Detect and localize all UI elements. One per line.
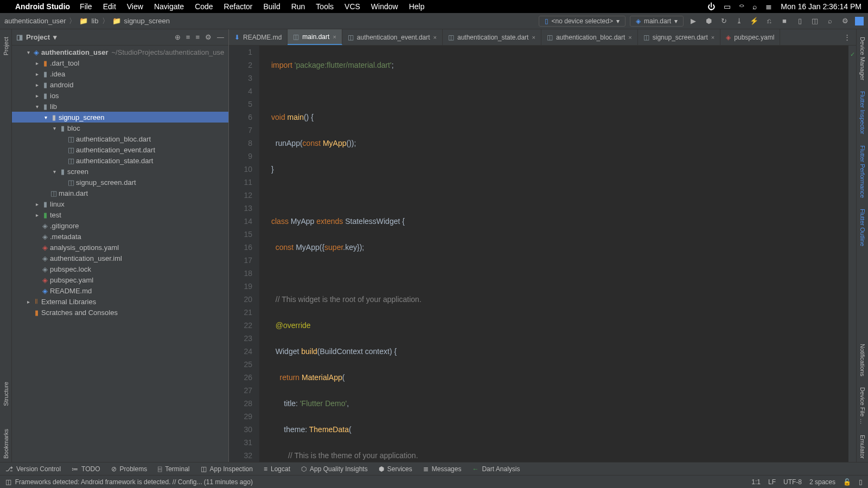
tree-file[interactable]: ◫signup_screen.dart	[12, 177, 228, 188]
wifi-icon[interactable]: ⌔	[739, 2, 744, 11]
tree-item-selected[interactable]: ▾▮signup_screen	[12, 112, 228, 123]
tree-item[interactable]: ▸▮.idea	[12, 68, 228, 79]
right-tool-device-file[interactable]: Device File …	[859, 384, 866, 427]
tabs-more-icon[interactable]: ⋮	[838, 29, 856, 45]
chevron-down-icon[interactable]: ▾	[53, 33, 57, 41]
tree-item[interactable]: ▾▮screen	[12, 166, 228, 177]
tree-file[interactable]: ◈authentication_user.iml	[12, 253, 228, 264]
right-tool-flutter-perf[interactable]: Flutter Performance	[859, 142, 866, 201]
bottom-logcat[interactable]: ≡Logcat	[264, 465, 290, 473]
close-icon[interactable]: ×	[711, 34, 714, 41]
status-tool-window-icon[interactable]: ◫	[5, 478, 11, 486]
coverage-button[interactable]: ↻	[718, 16, 729, 27]
tab-main[interactable]: ◫main.dart×	[288, 29, 342, 45]
project-title[interactable]: Project	[26, 33, 50, 41]
breadcrumb-mid[interactable]: lib	[91, 17, 98, 25]
profile-button[interactable]: ⤓	[733, 16, 744, 27]
code-content[interactable]: import 'package:flutter/material.dart'; …	[267, 46, 848, 462]
tree-file[interactable]: ◫authentication_bloc.dart	[12, 133, 228, 144]
tab-auth-bloc[interactable]: ◫authentication_bloc.dart×	[541, 29, 638, 45]
menu-edit[interactable]: Edit	[103, 2, 116, 11]
menu-vcs[interactable]: VCS	[344, 2, 360, 11]
tab-readme[interactable]: ⬇README.md	[229, 29, 288, 45]
menu-help[interactable]: Help	[409, 2, 425, 11]
menu-refactor[interactable]: Refactor	[224, 2, 253, 11]
expand-all-icon[interactable]: ≡	[186, 33, 190, 41]
status-readonly-icon[interactable]: 🔓	[843, 478, 851, 486]
tree-scratches[interactable]: ▮Scratches and Consoles	[12, 307, 228, 318]
tab-auth-state[interactable]: ◫authentication_state.dart×	[443, 29, 541, 45]
avd-button[interactable]: ◫	[809, 16, 820, 27]
menu-build[interactable]: Build	[264, 2, 280, 11]
power-icon[interactable]: ⏻	[707, 2, 715, 11]
search-everywhere-icon[interactable]: ⌕	[825, 16, 835, 27]
menu-code[interactable]: Code	[195, 2, 213, 11]
tab-pubspec[interactable]: ◈pubspec.yaml	[720, 29, 780, 45]
breadcrumb-root[interactable]: authentication_user	[4, 17, 66, 25]
run-button[interactable]: ▶	[688, 16, 699, 27]
account-icon[interactable]	[855, 17, 864, 25]
search-icon[interactable]: ⌕	[752, 2, 757, 11]
bottom-version-control[interactable]: ⎇Version Control	[5, 465, 61, 473]
right-tool-flutter-outline[interactable]: Flutter Outline	[859, 206, 866, 249]
menubar-clock[interactable]: Mon 16 Jan 2:36:14 PM	[781, 2, 861, 11]
settings-icon[interactable]: ⚙	[840, 16, 851, 27]
tree-file[interactable]: ◫authentication_state.dart	[12, 155, 228, 166]
close-icon[interactable]: ×	[333, 34, 336, 40]
bottom-messages[interactable]: ≣Messages	[423, 465, 462, 473]
tab-signup-screen[interactable]: ◫signup_screen.dart×	[638, 29, 721, 45]
right-tool-devmgr[interactable]: Device Manager	[859, 34, 866, 84]
bottom-dart-analysis[interactable]: ←Dart Analysis	[472, 465, 520, 473]
minimize-icon[interactable]: —	[217, 33, 224, 41]
tree-item[interactable]: ▸▮android	[12, 79, 228, 90]
tree-file[interactable]: ◈analysis_options.yaml	[12, 242, 228, 253]
close-icon[interactable]: ×	[628, 34, 631, 41]
editor-body[interactable]: 1 2 3 4 5 6 7 8 9 10 11 12 13 14 15 16 1…	[229, 46, 856, 462]
device-selector[interactable]: ▯ <no device selected> ▾	[539, 16, 626, 27]
settings-icon[interactable]: ⚙	[205, 33, 212, 41]
status-encoding[interactable]: UTF-8	[783, 478, 802, 486]
status-indent[interactable]: 2 spaces	[809, 478, 835, 486]
hot-reload-button[interactable]: ⚡	[749, 16, 760, 27]
bottom-app-inspection[interactable]: ◫App Inspection	[201, 465, 253, 473]
left-tool-bookmarks[interactable]: Bookmarks	[3, 426, 9, 462]
fold-strip[interactable]	[259, 46, 267, 462]
tree-file[interactable]: ◈README.md	[12, 285, 228, 296]
tab-auth-event[interactable]: ◫authentication_event.dart×	[342, 29, 443, 45]
tree-item[interactable]: ▾▮bloc	[12, 123, 228, 133]
left-tool-structure[interactable]: Structure	[3, 378, 9, 409]
tree-file[interactable]: ◈pubspec.lock	[12, 264, 228, 274]
status-meter-icon[interactable]: ▯	[859, 478, 863, 486]
status-caret-pos[interactable]: 1:1	[751, 478, 761, 486]
status-message[interactable]: Frameworks detected: Android framework i…	[15, 478, 253, 486]
tree-item[interactable]: ▸▮.dart_tool	[12, 57, 228, 68]
tree-item[interactable]: ▸▮test	[12, 209, 228, 220]
inspection-ok-icon[interactable]: ✓	[850, 48, 855, 61]
scroll-overview[interactable]: ✓	[848, 46, 856, 462]
tree-file[interactable]: ◈pubspec.yaml	[12, 274, 228, 285]
collapse-all-icon[interactable]: ≡	[195, 33, 200, 41]
menu-tools[interactable]: Tools	[316, 2, 334, 11]
bottom-problems[interactable]: ⊘Problems	[111, 465, 148, 473]
right-tool-emulator[interactable]: Emulator	[859, 432, 866, 462]
menu-window[interactable]: Window	[371, 2, 398, 11]
menu-file[interactable]: File	[80, 2, 92, 11]
tree-item[interactable]: ▸▮ios	[12, 90, 228, 101]
bottom-terminal[interactable]: ⌸Terminal	[158, 465, 189, 473]
run-config-selector[interactable]: ◈ main.dart ▾	[630, 16, 684, 27]
control-center-icon[interactable]: ≣	[765, 2, 772, 11]
debug-button[interactable]: ⬢	[703, 16, 714, 27]
tree-file[interactable]: ◫main.dart	[12, 188, 228, 198]
tree-file[interactable]: ◈.gitignore	[12, 220, 228, 231]
menu-view[interactable]: View	[127, 2, 143, 11]
select-opened-icon[interactable]: ⊕	[175, 33, 181, 41]
tree-item[interactable]: ▾▮lib	[12, 101, 228, 112]
menu-navigate[interactable]: Navigate	[154, 2, 184, 11]
left-tool-project[interactable]: Project	[3, 34, 9, 59]
right-tool-notifications[interactable]: Notifications	[859, 341, 866, 380]
tree-file[interactable]: ◈.metadata	[12, 231, 228, 242]
close-icon[interactable]: ×	[532, 34, 535, 41]
tree-external-libs[interactable]: ▸⫴External Libraries	[12, 296, 228, 307]
status-line-sep[interactable]: LF	[768, 478, 776, 486]
right-tool-flutter-inspector[interactable]: Flutter Inspector	[859, 88, 866, 137]
